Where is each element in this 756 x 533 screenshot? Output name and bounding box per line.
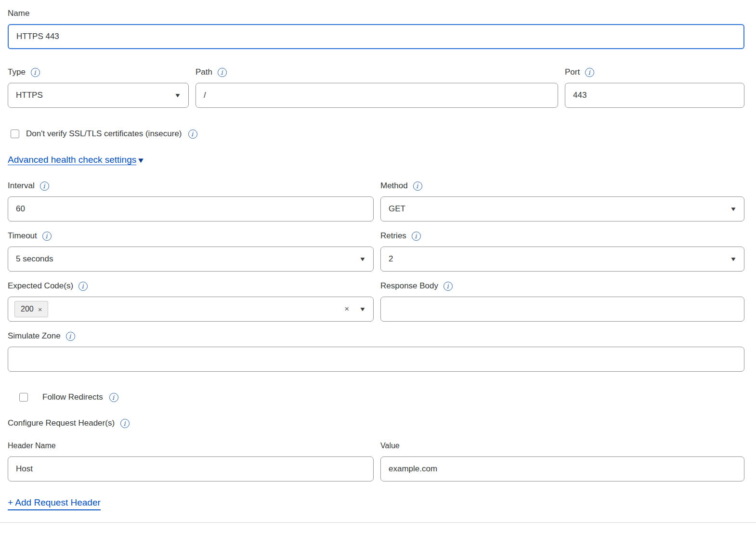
ssl-verify-row: Don't verify SSL/TLS certificates (insec… <box>11 129 744 139</box>
retries-select-value: 2 <box>389 254 393 264</box>
header-value-col: Value <box>380 442 744 481</box>
expected-codes-multiselect[interactable]: 200 × × ▼ <box>8 297 374 322</box>
chip-remove-icon[interactable]: × <box>38 305 42 313</box>
simulate-zone-info-icon[interactable]: i <box>66 332 75 341</box>
name-label: Name <box>8 8 29 19</box>
response-body-info-icon[interactable]: i <box>443 282 453 291</box>
section-divider <box>0 522 756 523</box>
health-check-form: Name Type i HTTPS ▼ Path i Port i <box>0 0 756 510</box>
expected-code-chip-value: 200 <box>21 305 34 313</box>
retries-field: Retries i 2 ▼ <box>380 230 744 272</box>
chevron-down-icon: ▼ <box>359 256 366 262</box>
header-value-input[interactable] <box>380 456 744 481</box>
port-label: Port <box>565 66 580 78</box>
ssl-verify-label: Don't verify SSL/TLS certificates (insec… <box>26 129 182 139</box>
type-select[interactable]: HTTPS ▼ <box>8 83 189 108</box>
expected-codes-label: Expected Code(s) <box>8 280 73 292</box>
method-info-icon[interactable]: i <box>413 182 422 191</box>
port-field: Port i <box>565 66 744 108</box>
timeout-label: Timeout <box>8 230 37 242</box>
method-label: Method <box>380 180 408 192</box>
interval-info-icon[interactable]: i <box>40 182 49 191</box>
path-info-icon[interactable]: i <box>218 68 227 77</box>
timeout-select[interactable]: 5 seconds ▼ <box>8 247 374 272</box>
header-value-column-label: Value <box>380 442 744 450</box>
simulate-zone-label: Simulate Zone <box>8 330 61 342</box>
chevron-down-icon: ▼ <box>174 92 182 98</box>
add-request-header-link[interactable]: + Add Request Header <box>8 497 101 510</box>
name-input[interactable] <box>8 24 744 49</box>
retries-select[interactable]: 2 ▼ <box>380 247 744 272</box>
advanced-settings-link[interactable]: Advanced health check settings <box>8 155 136 165</box>
type-select-value: HTTPS <box>16 91 43 100</box>
interval-label: Interval <box>8 180 35 192</box>
clear-all-icon[interactable]: × <box>344 304 349 314</box>
method-field: Method i GET ▼ <box>380 180 744 221</box>
header-name-input[interactable] <box>8 456 374 481</box>
ssl-verify-checkbox[interactable] <box>11 130 19 138</box>
follow-redirects-label: Follow Redirects <box>42 392 103 402</box>
timeout-field: Timeout i 5 seconds ▼ <box>8 230 374 272</box>
method-select-value: GET <box>389 204 405 214</box>
simulate-zone-field: Simulate Zone i <box>8 330 744 372</box>
expected-codes-field: Expected Code(s) i 200 × × ▼ <box>8 280 374 322</box>
chevron-down-icon: ▼ <box>730 206 737 212</box>
request-headers-label: Configure Request Header(s) <box>8 418 115 428</box>
retries-info-icon[interactable]: i <box>412 232 421 241</box>
triangle-down-icon: ▼ <box>137 156 145 164</box>
retries-label: Retries <box>380 230 406 242</box>
port-info-icon[interactable]: i <box>585 68 594 77</box>
simulate-zone-input[interactable] <box>8 347 744 372</box>
type-field: Type i HTTPS ▼ <box>8 66 189 108</box>
response-body-label: Response Body <box>380 280 438 292</box>
path-label: Path <box>196 66 212 78</box>
port-input[interactable] <box>565 83 744 108</box>
type-label: Type <box>8 66 26 78</box>
follow-redirects-row: Follow Redirects i <box>19 392 744 402</box>
chevron-down-icon: ▼ <box>730 256 737 262</box>
chevron-down-icon[interactable]: ▼ <box>359 306 366 312</box>
expected-code-chip: 200 × <box>14 301 48 317</box>
request-headers-info-icon[interactable]: i <box>120 419 130 428</box>
ssl-verify-info-icon[interactable]: i <box>188 130 197 139</box>
method-select[interactable]: GET ▼ <box>380 196 744 221</box>
response-body-input[interactable] <box>380 297 744 322</box>
path-field: Path i <box>196 66 558 108</box>
timeout-select-value: 5 seconds <box>16 254 53 264</box>
response-body-field: Response Body i <box>380 280 744 322</box>
timeout-info-icon[interactable]: i <box>42 232 52 241</box>
header-name-column-label: Header Name <box>8 442 374 450</box>
expected-codes-info-icon[interactable]: i <box>78 282 88 291</box>
path-input[interactable] <box>196 83 558 108</box>
interval-field: Interval i <box>8 180 374 221</box>
interval-input[interactable] <box>8 196 374 221</box>
type-info-icon[interactable]: i <box>31 68 40 77</box>
follow-redirects-checkbox[interactable] <box>19 393 28 402</box>
header-name-col: Header Name <box>8 442 374 481</box>
follow-redirects-info-icon[interactable]: i <box>109 393 118 402</box>
